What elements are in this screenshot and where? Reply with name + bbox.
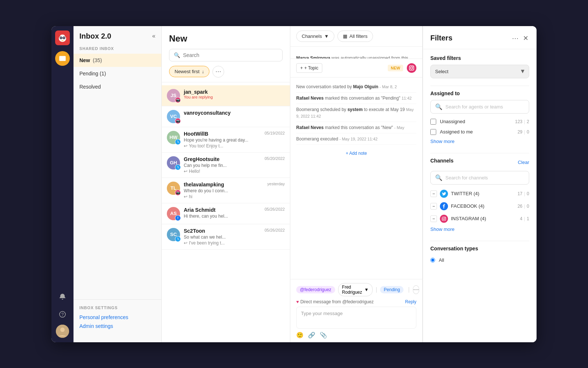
conv-type-all-radio[interactable] — [430, 258, 435, 262]
instagram-label: INSTAGRAM (4) — [451, 216, 517, 221]
conv-body: vanroyconsultancy — [184, 110, 285, 116]
conversation-item[interactable]: TL 📷 thelavalampking Where do you I conn… — [162, 178, 290, 203]
notifications-nav-button[interactable] — [55, 289, 70, 304]
instagram-badge: 📷 — [175, 118, 181, 124]
activity-item: Rafael Neves marked this conversation as… — [296, 122, 416, 133]
more-icon: ⋯ — [413, 286, 419, 293]
user-avatar[interactable] — [56, 325, 69, 338]
sidebar-item-pending[interactable]: Pending (1) — [74, 67, 161, 80]
conversation-item[interactable]: VC 📷 vanroyconsultancy — [162, 106, 290, 127]
newest-first-button[interactable]: Newest first ↓ — [169, 66, 209, 77]
facebook-minus-button[interactable]: − — [430, 203, 437, 210]
instagram-badge: 📷 — [175, 97, 181, 103]
filters-more-button[interactable]: ⋯ — [511, 33, 519, 43]
assigned-to-me-label: Assigned to me — [440, 129, 514, 135]
activity-actor: Rafael Neves — [296, 125, 324, 130]
conv-body: Sc2Toon So what can we hel... ↩ I've bee… — [184, 228, 261, 246]
saved-filters-select-wrapper: Select ▼ — [430, 65, 529, 78]
channels-section-header: Channels Clear — [430, 158, 529, 167]
conv-preview: Hi there, can you hel... — [184, 214, 261, 219]
conversation-item[interactable]: GH 𝕏 GregHootsuite Can you help me fin..… — [162, 153, 290, 178]
conv-date: 05/26/2022 — [265, 228, 285, 232]
attachment-icon[interactable]: 📎 — [320, 332, 327, 339]
personal-preferences-link[interactable]: Personal preferences — [79, 313, 155, 322]
instagram-minus-button[interactable]: − — [430, 215, 437, 222]
nav-bottom: ? — [55, 289, 70, 338]
sidebar-item-new[interactable]: New (35) — [74, 54, 161, 67]
filters-close-button[interactable]: ✕ — [522, 33, 529, 43]
emoji-icon[interactable]: 🙂 — [296, 332, 304, 339]
assigned-to-input[interactable] — [445, 104, 524, 110]
instagram-counts: 4 | 1 — [520, 216, 529, 221]
filters-title: Filters — [430, 34, 452, 42]
show-more-assigned-link[interactable]: Show more — [430, 137, 455, 146]
conversation-list: JS 📷 jan_spark You are replying VC 📷 van… — [162, 82, 290, 342]
left-nav: ? — [51, 26, 74, 342]
newest-first-label: Newest first — [175, 69, 200, 74]
conversation-item[interactable]: SC 𝕏 Sc2Toon So what can we hel... ↩ I'v… — [162, 224, 290, 250]
all-filters-label: All filters — [349, 33, 368, 39]
divider — [430, 86, 529, 86]
collapse-sidebar-button[interactable]: « — [152, 33, 155, 39]
help-nav-button[interactable]: ? — [55, 307, 70, 322]
add-note-label-2: + Add note — [346, 151, 367, 156]
admin-settings-link[interactable]: Admin settings — [79, 322, 155, 331]
conv-preview: So what can we hel... — [184, 235, 261, 240]
conv-preview: Can you help me fin... — [184, 163, 261, 168]
instagram-badge: 📷 — [175, 190, 181, 196]
conversation-types-title: Conversation types — [430, 246, 529, 251]
activity-time: - May 19, 2022 11:42 — [339, 137, 377, 141]
search-input[interactable] — [183, 52, 278, 58]
link-icon[interactable]: 🔗 — [308, 332, 315, 339]
conv-name: HootWillB — [184, 131, 261, 137]
facebook-channel-item: − FACEBOOK (4) 26 | 0 — [430, 200, 529, 212]
conv-date: yesterday — [267, 182, 285, 186]
saved-filters-select[interactable]: Select — [430, 65, 529, 78]
sidebar-header: Inbox 2.0 « — [74, 32, 161, 46]
topic-button[interactable]: + + Topic — [296, 63, 322, 73]
conv-body: HootWillB Hope you're having a great day… — [184, 131, 261, 149]
add-note-button-2[interactable]: + Add note — [346, 148, 367, 159]
sidebar-title: Inbox 2.0 — [79, 32, 111, 40]
facebook-label: FACEBOOK (4) — [451, 203, 514, 209]
more-options-button[interactable]: ⋯ — [212, 66, 224, 78]
facebook-icon — [440, 202, 448, 210]
twitter-badge: 𝕏 — [175, 236, 181, 242]
unassigned-checkbox[interactable] — [430, 119, 436, 125]
all-filters-button[interactable]: ▦ All filters — [337, 31, 373, 42]
clear-channels-link[interactable]: Clear — [518, 160, 529, 165]
conversation-item[interactable]: HW 𝕏 HootWillB Hope you're having a grea… — [162, 127, 290, 153]
sidebar-item-new-label: New (35) — [79, 57, 102, 63]
assigned-to-me-counts: 29 | 0 — [517, 129, 529, 135]
activity-actor: Marya Smirnova — [296, 56, 330, 59]
assigned-to-me-checkbox[interactable] — [430, 129, 436, 135]
show-more-channels-link[interactable]: Show more — [430, 225, 455, 233]
conv-body: Aria Schmidt Hi there, can you hel... — [184, 207, 261, 219]
svg-point-16 — [445, 217, 445, 218]
svg-rect-11 — [409, 66, 414, 70]
channels-search-input[interactable] — [445, 175, 524, 181]
conv-avatar: VC 📷 — [167, 110, 180, 123]
reply-action-label[interactable]: Reply — [405, 299, 416, 304]
reply-textbox[interactable]: Type your message — [296, 307, 416, 329]
filters-body: Saved filters Select ▼ Assigned to 🔍 — [423, 49, 537, 278]
agent-tag[interactable]: Fred Rodriguez ▼ — [338, 283, 373, 296]
conversation-item[interactable]: JS 📷 jan_spark You are replying — [162, 85, 290, 106]
inbox-nav-button[interactable] — [55, 51, 70, 66]
sidebar-bottom: INBOX SETTINGS Personal preferences Admi… — [74, 299, 161, 336]
main-title: New — [169, 33, 283, 44]
activity-time: 11:42 — [402, 96, 412, 100]
conversation-item[interactable]: AS f Aria Schmidt Hi there, can you hel.… — [162, 203, 290, 224]
activity-item: Marya Smirnova was automatically unassig… — [296, 53, 416, 59]
twitter-channel-item: − TWITTER (4) 17 | 0 — [430, 187, 529, 200]
activity-time: - Mar 8, 2 — [380, 85, 397, 89]
svg-text:?: ? — [61, 312, 64, 317]
twitter-minus-button[interactable]: − — [430, 190, 437, 197]
saved-filters-title: Saved filters — [430, 55, 529, 61]
sidebar-item-resolved[interactable]: Resolved — [74, 80, 161, 93]
conv-type-all-label: All — [439, 257, 529, 263]
reply-channel-info: ♥ Direct message from @federodriguez Rep… — [296, 299, 416, 304]
more-reply-options-button[interactable]: ⋯ — [413, 285, 419, 294]
channels-filter-button[interactable]: Channels ▼ — [296, 31, 334, 42]
activity-item: Boomerang scheduled by system to execute… — [296, 104, 416, 122]
